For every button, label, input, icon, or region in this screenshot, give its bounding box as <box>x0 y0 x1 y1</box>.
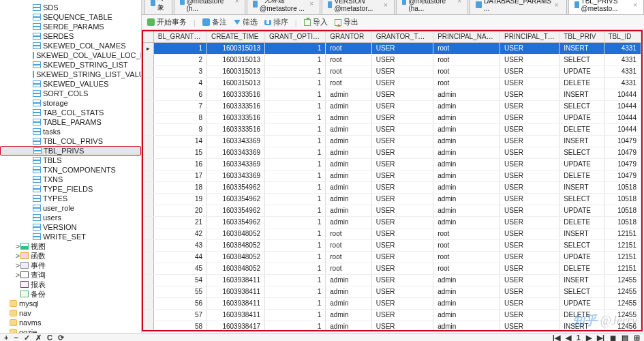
cell[interactable]: 45 <box>153 263 206 275</box>
table-row[interactable]: 4516038480521rootUSERrootUSERDELETE12151 <box>143 263 641 275</box>
cell[interactable]: root <box>433 66 500 78</box>
cell[interactable]: 1 <box>265 159 326 170</box>
cell[interactable]: admin <box>433 170 500 182</box>
row-header[interactable] <box>143 170 153 182</box>
cell[interactable]: admin <box>326 298 371 310</box>
twisty-icon[interactable]: > <box>15 261 20 270</box>
cell[interactable]: UPDATE <box>559 298 604 310</box>
tree-table-item[interactable]: storage <box>0 98 141 108</box>
tree-table-item[interactable]: SKEWED_VALUES <box>0 79 141 89</box>
row-header[interactable] <box>143 205 153 217</box>
cell[interactable]: 10444 <box>604 101 641 113</box>
nav-button[interactable]: 1 <box>577 333 581 341</box>
cell[interactable]: 1603343369 <box>207 159 265 170</box>
cell[interactable]: SELECT <box>559 240 604 252</box>
cell[interactable]: USER <box>371 66 433 78</box>
cell[interactable]: USER <box>371 286 433 298</box>
tab[interactable]: DBS @metastore (ha...× <box>396 0 468 14</box>
cell[interactable]: 10518 <box>604 182 641 194</box>
cell[interactable]: 15 <box>153 147 206 159</box>
cell[interactable]: 10479 <box>604 159 641 170</box>
cell[interactable]: 1 <box>265 194 326 205</box>
cell[interactable]: 4 <box>153 78 206 89</box>
tree-table-item[interactable]: TYPES <box>0 194 141 203</box>
table-row[interactable]: 4216038480521rootUSERrootUSERINSERT12151 <box>143 228 641 240</box>
cell[interactable]: admin <box>326 182 371 194</box>
cell[interactable]: USER <box>500 147 559 159</box>
tree-table-item[interactable]: TABLE_PARAMS <box>0 117 141 127</box>
cell[interactable]: INSERT <box>559 89 604 101</box>
cell[interactable]: 10518 <box>604 194 641 205</box>
cell[interactable]: 12151 <box>604 228 641 240</box>
table-row[interactable]: 5516039384111adminUSERadminUSERSELECT124… <box>143 286 641 298</box>
cell[interactable]: USER <box>500 310 559 321</box>
cell[interactable]: USER <box>500 101 559 113</box>
cell[interactable]: DELETE <box>559 310 604 321</box>
tree-table-item[interactable]: TAB_COL_STATS <box>0 108 141 117</box>
table-row[interactable]: 116003150131rootUSERrootUSERINSERT4331 <box>143 43 641 55</box>
cell[interactable]: 1 <box>265 170 326 182</box>
cell[interactable]: 1603343369 <box>207 147 265 159</box>
tree-table-item[interactable]: SKEWED_STRING_LIST <box>0 60 141 70</box>
cell[interactable]: USER <box>500 182 559 194</box>
row-header[interactable] <box>143 124 153 136</box>
tree-table-item[interactable]: user_role <box>0 203 141 213</box>
tree-table-item[interactable]: SKEWED_STRING_LIST_VALUES <box>0 70 141 79</box>
cell[interactable]: USER <box>500 228 559 240</box>
cell[interactable]: 1603354962 <box>207 205 265 217</box>
cell[interactable]: admin <box>326 310 371 321</box>
row-header[interactable] <box>143 275 153 286</box>
row-header[interactable] <box>143 66 153 78</box>
cell[interactable]: 1603343369 <box>207 170 265 182</box>
cell[interactable]: INSERT <box>559 43 604 55</box>
cell[interactable]: 1 <box>265 252 326 263</box>
nav-button[interactable]: ▶| <box>597 333 604 341</box>
cell[interactable]: 1 <box>265 124 326 136</box>
column-header[interactable]: GRANTOR_TYPE <box>371 31 433 43</box>
nav-button[interactable]: ▶ <box>586 333 592 341</box>
cell[interactable]: USER <box>500 252 559 263</box>
cell[interactable]: USER <box>371 228 433 240</box>
cell[interactable]: UPDATE <box>559 205 604 217</box>
cell[interactable]: root <box>433 228 500 240</box>
cell[interactable]: INSERT <box>559 275 604 286</box>
cell[interactable]: 1600315013 <box>207 55 265 66</box>
cell[interactable]: UPDATE <box>559 113 604 124</box>
cell[interactable]: 1 <box>265 286 326 298</box>
cell[interactable]: root <box>326 263 371 275</box>
cell[interactable]: USER <box>500 217 559 228</box>
cell[interactable]: admin <box>433 275 500 286</box>
tree-section-item[interactable]: 备份 <box>0 289 141 299</box>
cell[interactable]: USER <box>371 159 433 170</box>
cell[interactable]: admin <box>326 113 371 124</box>
cell[interactable]: root <box>326 43 371 55</box>
cell[interactable]: 20 <box>153 205 206 217</box>
tree-section-item[interactable]: > 查询 <box>0 270 141 280</box>
cell[interactable]: root <box>433 240 500 252</box>
row-header[interactable] <box>143 286 153 298</box>
table-row[interactable]: 5616039384111adminUSERadminUSERUPDATE124… <box>143 298 641 310</box>
table-row[interactable]: 1616033433691adminUSERadminUSERUPDATE104… <box>143 159 641 170</box>
cell[interactable]: 1 <box>265 275 326 286</box>
tab[interactable]: VERSION @metastor...× <box>322 0 395 14</box>
cell[interactable]: UPDATE <box>559 159 604 170</box>
cell[interactable]: 1 <box>265 147 326 159</box>
cell[interactable]: 1603938411 <box>207 286 265 298</box>
cell[interactable]: USER <box>371 275 433 286</box>
cell[interactable]: admin <box>326 275 371 286</box>
cell[interactable]: UPDATE <box>559 252 604 263</box>
cell[interactable]: USER <box>500 113 559 124</box>
column-header[interactable]: TBL_PRIV <box>559 31 604 43</box>
cell[interactable]: 43 <box>153 240 206 252</box>
cell[interactable]: SELECT <box>559 55 604 66</box>
data-grid[interactable]: BL_GRANT_IDCREATE_TIMEGRANT_OPTIONGRANTO… <box>142 30 643 331</box>
cell[interactable]: USER <box>500 275 559 286</box>
tree-table-item[interactable]: TBL_PRIVS <box>0 146 141 155</box>
cell[interactable]: 1603938411 <box>207 298 265 310</box>
cell[interactable]: USER <box>371 89 433 101</box>
tab[interactable]: 对象 <box>144 0 172 14</box>
cell[interactable]: 1 <box>265 66 326 78</box>
cell[interactable]: 19 <box>153 194 206 205</box>
table-row[interactable]: 616033335161adminUSERadminUSERINSERT1044… <box>143 89 641 101</box>
nav-button[interactable]: |◀ <box>553 333 560 341</box>
